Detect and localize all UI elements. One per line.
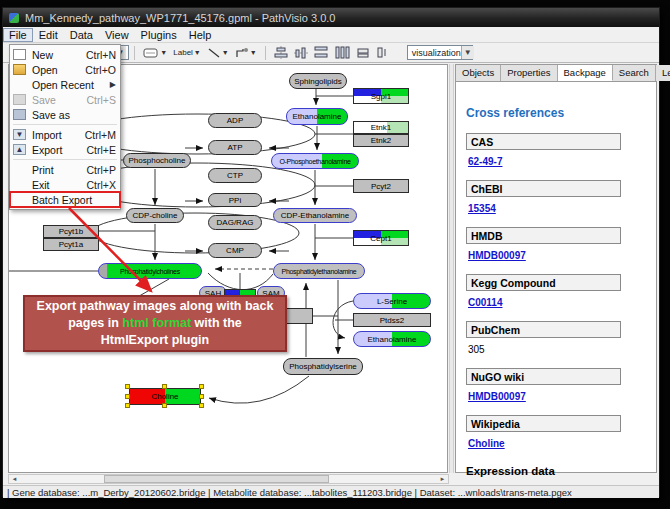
status-bar: | Gene database: ...m_Derby_20120602.bri…	[3, 485, 659, 498]
menu-file[interactable]: File	[3, 28, 33, 42]
node-etnk2[interactable]: Etnk2	[353, 134, 409, 147]
tab-legend[interactable]: Legend	[656, 65, 670, 81]
scroll-left-icon[interactable]: ◄	[9, 475, 20, 483]
node-ppi[interactable]: PPi	[208, 193, 262, 207]
menu-help[interactable]: Help	[183, 28, 218, 42]
selection-handle[interactable]	[199, 384, 204, 389]
file-menu-open[interactable]: Open Ctrl+O	[10, 62, 120, 77]
file-menu-new[interactable]: New Ctrl+N	[10, 47, 120, 62]
node-ptdss2[interactable]: Ptdss2	[353, 313, 431, 327]
node-adp[interactable]: ADP	[208, 113, 262, 128]
node-phosphatidylcholines[interactable]: Phosphatidylcholines	[98, 263, 202, 279]
connector-icon	[235, 47, 249, 59]
menu-data[interactable]: Data	[64, 28, 99, 42]
file-menu-batch-export[interactable]: Batch Export	[10, 192, 120, 207]
file-menu-import[interactable]: ▼ Import Ctrl+M	[10, 127, 120, 142]
selection-handle[interactable]	[162, 403, 167, 408]
file-menu-save[interactable]: Save Ctrl+S	[10, 92, 120, 107]
selection-handle[interactable]	[162, 384, 167, 389]
menu-separator	[13, 124, 117, 125]
node-atp[interactable]: ATP	[208, 140, 262, 155]
tab-properties[interactable]: Properties	[501, 65, 557, 81]
callout-highlight: html format	[122, 316, 191, 330]
xref-link-cas[interactable]: 62-49-7	[468, 156, 502, 167]
chevron-down-icon: ▼	[160, 49, 167, 56]
scrollbar-thumb[interactable]	[104, 475, 329, 483]
file-menu-print[interactable]: Print Ctrl+P	[10, 162, 120, 177]
tab-search[interactable]: Search	[613, 65, 656, 81]
align-center-button[interactable]	[272, 44, 290, 61]
selection-handle[interactable]	[125, 384, 130, 389]
distribute-horizontal-button[interactable]	[312, 44, 331, 61]
expression-data-heading: Expression data	[466, 465, 646, 477]
node-ctp[interactable]: CTP	[208, 168, 262, 183]
align-middle-button[interactable]	[292, 44, 310, 61]
xref-link-hmdb[interactable]: HMDB00097	[468, 250, 526, 261]
node-pisd[interactable]	[285, 308, 313, 324]
common-width-button[interactable]	[354, 44, 372, 61]
file-menu-open-recent[interactable]: Open Recent ▶	[10, 77, 120, 92]
callout-line2-post: with the	[191, 316, 242, 330]
node-etnk1[interactable]: Etnk1	[353, 121, 409, 134]
file-menu-batch-export-label: Batch Export	[32, 194, 116, 206]
menu-separator	[13, 159, 117, 160]
node-pcyt1b[interactable]: Pcyt1b	[43, 225, 99, 238]
scroll-right-icon[interactable]: ►	[437, 475, 448, 483]
selection-handle[interactable]	[125, 394, 130, 399]
xref-link-kegg[interactable]: C00114	[468, 297, 502, 308]
selection-handle[interactable]	[125, 403, 130, 408]
file-menu-export[interactable]: ▲ Export Ctrl+E	[10, 142, 120, 157]
sidebar-tabs: Objects Properties Backpage Search Legen…	[456, 65, 656, 82]
xref-title: HMDB	[466, 227, 621, 244]
node-o-phosphoethanolamine[interactable]: O-Phosphoethanolamine	[271, 153, 359, 169]
node-ethanolamine-bottom[interactable]: Ethanolamine	[353, 331, 431, 347]
node-ethanolamine-top[interactable]: Ethanolamine	[286, 108, 348, 125]
node-pcyt1a[interactable]: Pcyt1a	[43, 238, 99, 251]
file-menu-exit[interactable]: Exit Ctrl+X	[10, 177, 120, 192]
node-phosphocholine[interactable]: Phosphocholine	[123, 153, 191, 168]
new-datanode-button[interactable]: ▼	[141, 44, 169, 61]
selection-handle[interactable]	[199, 394, 204, 399]
common-width-icon	[356, 46, 370, 59]
xref-link-nugo[interactable]: HMDB00097	[468, 391, 526, 402]
node-pcyt2[interactable]: Pcyt2	[353, 179, 409, 193]
new-connector-button[interactable]: ▼	[233, 44, 259, 61]
new-line-button[interactable]: ▼	[205, 44, 231, 61]
distribute-horizontal-icon	[314, 46, 329, 59]
node-cdp-ethanolamine[interactable]: CDP-Ethanolamine	[273, 208, 357, 223]
xref-link-chebi[interactable]: 15354	[468, 203, 496, 214]
selection-handle[interactable]	[199, 403, 204, 408]
canvas-sidebar-splitter[interactable]	[449, 64, 454, 473]
node-dag[interactable]: DAG/RAG	[208, 215, 262, 230]
node-cdp-choline[interactable]: CDP-choline	[126, 208, 184, 223]
menu-plugins[interactable]: Plugins	[135, 28, 183, 42]
node-cept1[interactable]: Cept1	[353, 230, 409, 246]
tab-objects[interactable]: Objects	[456, 65, 501, 81]
tab-backpage[interactable]: Backpage	[558, 65, 613, 81]
xref-link-wikipedia[interactable]: Choline	[468, 438, 505, 449]
distribute-vertical-button[interactable]	[333, 44, 352, 61]
node-sgpl1[interactable]: Sgpl1	[353, 88, 409, 104]
chevron-down-icon: ▼	[222, 49, 229, 56]
file-menu-print-shortcut: Ctrl+P	[87, 164, 116, 176]
canvas-horizontal-scrollbar[interactable]: ◄ ►	[8, 474, 449, 484]
new-label-button[interactable]: Label ▼	[171, 44, 203, 61]
node-phosphatidylserine[interactable]: Phosphatidylserine	[283, 358, 363, 375]
xref-section-cas: CAS 62-49-7	[466, 133, 646, 167]
xref-section-wikipedia: Wikipedia Choline	[466, 415, 646, 449]
file-menu-new-label: New	[32, 49, 78, 61]
node-l-serine[interactable]: L-Serine	[353, 293, 431, 309]
import-icon: ▼	[13, 129, 26, 140]
common-height-button[interactable]	[374, 44, 392, 61]
chevron-down-icon: ▼	[250, 49, 257, 56]
menu-view[interactable]: View	[99, 28, 135, 42]
visualization-combobox[interactable]: visualization ▼	[407, 45, 473, 60]
file-menu-open-shortcut: Ctrl+O	[85, 64, 116, 76]
node-sphingolipids[interactable]: Sphingolipids	[289, 73, 347, 89]
node-cmp[interactable]: CMP	[208, 243, 262, 258]
node-phosphatidylethanolamine[interactable]: Phosphatidylethanolamine	[273, 263, 365, 279]
xref-value-pubchem: 305	[468, 344, 646, 355]
file-menu-save-as[interactable]: Save as	[10, 107, 120, 122]
menu-edit[interactable]: Edit	[33, 28, 64, 42]
title-bar[interactable]: Mm_Kennedy_pathway_WP1771_45176.gpml - P…	[3, 8, 659, 27]
